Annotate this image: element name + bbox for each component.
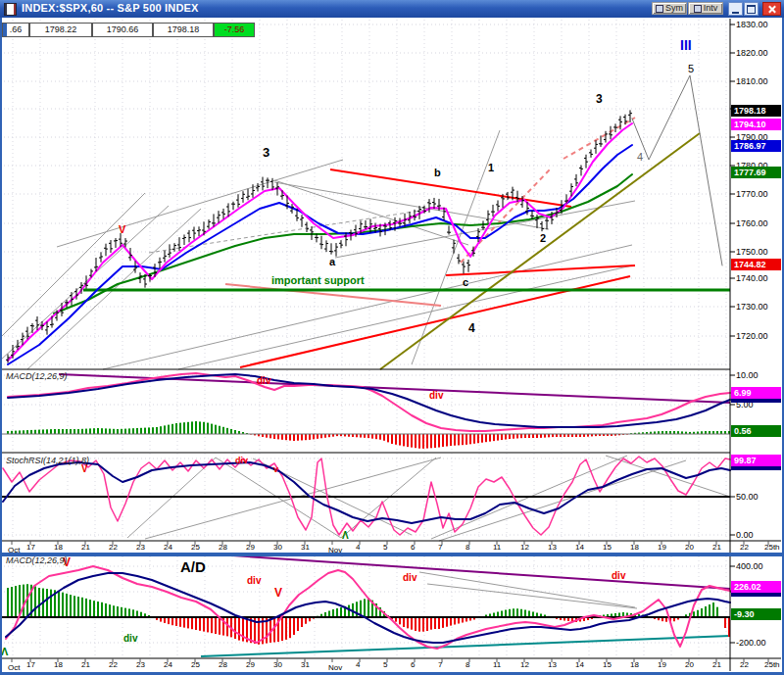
mid-date-label: 13 [548, 543, 557, 552]
bottom-date-label: 30 [273, 660, 282, 669]
ad-axis-label: -200.00 [736, 638, 766, 648]
bottom-date-label: 5 [383, 660, 387, 669]
quote-box-2: 1790.66 [92, 23, 153, 37]
macd-price-badge: 0.56 [731, 425, 781, 437]
intv-button-label: Intv [704, 3, 718, 14]
mid-date-label: 8 [466, 543, 469, 552]
ad-price-badge: 226.02 [731, 581, 781, 593]
price-axis-label: 1830.00 [736, 20, 768, 29]
mid-date-label: 18 [54, 543, 63, 552]
minimize-icon [732, 5, 739, 14]
mid-date-label: 21 [712, 543, 721, 552]
price-axis-label: 1820.00 [736, 48, 768, 58]
sym-icon [656, 5, 663, 13]
bottom-date-label: 25th [764, 660, 780, 669]
price-axis-label: 1770.00 [736, 189, 768, 199]
price-axis-label: 1760.00 [736, 218, 768, 228]
mid-date-label: 15 [603, 543, 612, 552]
price-axis-label: 1740.00 [736, 273, 768, 283]
intv-button[interactable]: Intv [688, 2, 723, 15]
bottom-date-label: 11 [493, 660, 501, 669]
bottom-date-label: 28 [219, 660, 227, 669]
mid-date-label: 17 [26, 543, 35, 552]
mid-date-label: 19 [658, 543, 666, 552]
quote-box-1: 1798.22 [29, 23, 92, 37]
mid-date-label: 30 [273, 543, 282, 552]
stoch-price-badge: 99.87 [731, 455, 781, 466]
main-price-badge: 1794.10 [731, 119, 781, 130]
macd-axis-label: 10.00 [736, 370, 759, 380]
mid-date-label: 5 [383, 543, 387, 552]
main-price-badge: 1798.18 [731, 105, 781, 117]
bottom-date-label: 24 [164, 660, 172, 669]
mid-date-label: 11 [493, 543, 501, 552]
stoch-axis-label: 50.00 [736, 492, 759, 502]
bottom-date-label: Oct [8, 663, 20, 672]
pane-splitter[interactable] [0, 553, 784, 556]
main-price-badge: 1744.82 [731, 259, 781, 270]
mid-date-label: 24 [164, 543, 172, 552]
title-bar[interactable]: INDEX:$SPX,60 -- S&P 500 INDEX Sym Intv [0, 0, 784, 18]
close-button[interactable] [762, 2, 781, 16]
bottom-date-label: 29 [246, 660, 255, 669]
mid-date-label: 22 [740, 543, 749, 552]
mid-date-label: 20 [685, 543, 694, 552]
bottom-date-label: 21 [81, 660, 90, 669]
minimize-button[interactable] [728, 2, 743, 16]
mid-date-label: 7 [438, 543, 442, 552]
price-axis-label: 1730.00 [736, 302, 768, 312]
bottom-date-label: 31 [301, 660, 310, 669]
bottom-date-label: 4 [356, 660, 360, 669]
ad-price-badge: -9.30 [731, 608, 781, 620]
window-border-left [0, 18, 2, 675]
stoch-axis-label: 0.00 [736, 530, 754, 540]
mid-date-label: 25th [764, 543, 780, 552]
macd-panel-label: MACD(12,26,9) [6, 371, 68, 381]
sym-button-label: Sym [665, 3, 683, 14]
app-window: 3Vb1ac2345IIIimportant support4divdivVdi… [0, 0, 784, 675]
bottom-date-label: 19 [658, 660, 666, 669]
bottom-date-label: 7 [438, 660, 442, 669]
bottom-date-label: 14 [575, 660, 584, 669]
bottom-date-label: 21 [712, 660, 721, 669]
bottom-date-label: 18 [630, 660, 639, 669]
mid-date-label: 22 [109, 543, 118, 552]
bottom-date-label: 6 [411, 660, 415, 669]
bottom-date-label: 25 [191, 660, 200, 669]
mid-date-label: 18 [630, 543, 639, 552]
bottom-date-label: 18 [54, 660, 63, 669]
mid-date-label: 12 [520, 543, 529, 552]
price-axis-label: 1810.00 [736, 76, 768, 86]
mid-date-label: 14 [575, 543, 584, 552]
quote-strip [3, 24, 7, 36]
price-axis-label: 1750.00 [736, 247, 768, 257]
price-axis-label: 1720.00 [736, 331, 768, 341]
bottom-date-label: 22 [109, 660, 118, 669]
mid-date-label: 6 [411, 543, 415, 552]
overlay-layer: MACD(12,26,9) StochRSI(14,21(1),8) MACD(… [0, 0, 784, 675]
mid-date-label: 28 [219, 543, 227, 552]
mid-date-label: 25 [191, 543, 200, 552]
bottom-date-label: 12 [520, 660, 529, 669]
mid-date-label: 4 [356, 543, 360, 552]
close-icon [767, 5, 776, 14]
bottom-date-label: 8 [466, 660, 469, 669]
maximize-button[interactable] [744, 2, 759, 16]
sym-button[interactable]: Sym [652, 2, 687, 15]
quote-box-0: .66 [2, 23, 29, 37]
mid-date-label: 29 [246, 543, 255, 552]
bottom-date-label: 13 [548, 660, 557, 669]
window-title: INDEX:$SPX,60 -- S&P 500 INDEX [22, 2, 199, 14]
bottom-date-label: 15 [603, 660, 612, 669]
quote-box-3: 1798.18 [153, 23, 214, 37]
mid-date-label: 31 [301, 543, 310, 552]
quote-box-4: -7.56 [214, 23, 255, 37]
bottom-date-label: 20 [685, 660, 694, 669]
ad-macd-panel-label: MACD(12,26,9) [6, 555, 68, 565]
bottom-date-label: Nov [328, 663, 342, 672]
macd-price-badge: 6.99 [731, 387, 781, 399]
maximize-icon [747, 5, 756, 14]
app-icon [4, 3, 17, 16]
main-price-badge: 1777.69 [731, 167, 781, 178]
mid-date-label: 23 [136, 543, 145, 552]
